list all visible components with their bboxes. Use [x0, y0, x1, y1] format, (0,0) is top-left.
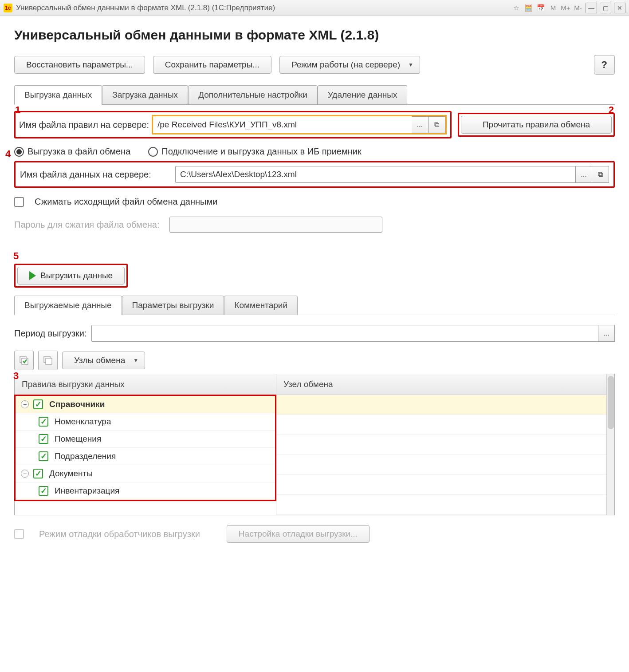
- tree-row-root2[interactable]: − Документы: [16, 465, 275, 482]
- password-input: [169, 217, 382, 233]
- help-button[interactable]: ?: [594, 55, 615, 75]
- play-icon: [29, 271, 36, 280]
- subtab-params[interactable]: Параметры выгрузки: [122, 296, 224, 315]
- rules-table: Правила выгрузки данных − Справочники Но…: [14, 374, 615, 515]
- tree-label-root2: Документы: [49, 469, 93, 478]
- tab-export[interactable]: Выгрузка данных: [14, 85, 102, 105]
- chevron-down-icon: ▼: [133, 357, 138, 364]
- annotation-5: 5: [13, 250, 19, 262]
- debug-checkbox: [14, 529, 24, 539]
- star-icon[interactable]: ☆: [511, 3, 521, 13]
- period-browse-button[interactable]: ...: [598, 325, 615, 342]
- table-cell-empty: [276, 415, 606, 435]
- data-file-label: Имя файла данных на сервере:: [20, 170, 171, 180]
- tab-import[interactable]: Загрузка данных: [102, 85, 188, 104]
- tree-row-root1[interactable]: − Справочники: [16, 396, 275, 413]
- debug-label: Режим отладки обработчиков выгрузки: [39, 529, 200, 539]
- tree-label-r2c1: Инвентаризация: [55, 486, 119, 496]
- svg-rect-3: [46, 358, 52, 364]
- nodes-dropdown[interactable]: Узлы обмена ▼: [62, 352, 145, 369]
- compress-label: Сжимать исходящий файл обмена данными: [35, 197, 217, 207]
- chevron-down-icon: ▼: [408, 62, 413, 68]
- data-file-input[interactable]: [175, 166, 575, 183]
- tree-label-r1c2: Помещения: [55, 434, 101, 444]
- tree-checkbox[interactable]: [33, 469, 43, 478]
- mode-label: Режим работы (на сервере): [291, 60, 400, 70]
- tree-checkbox[interactable]: [39, 434, 48, 444]
- subtab-comment[interactable]: Комментарий: [224, 296, 298, 315]
- radio-icon: [148, 147, 158, 157]
- radio-to-file-label: Выгрузка в файл обмена: [28, 146, 130, 157]
- radio-icon-checked: [14, 147, 24, 157]
- radio-to-ib[interactable]: Подключение и выгрузка данных в ИБ прием…: [148, 146, 361, 157]
- table-cell-empty: [276, 475, 606, 495]
- nodes-dropdown-label: Узлы обмена: [74, 356, 125, 365]
- tree-row-r2c1[interactable]: Инвентаризация: [16, 482, 275, 500]
- mode-dropdown[interactable]: Режим работы (на сервере) ▼: [279, 56, 420, 74]
- close-button[interactable]: ✕: [614, 3, 625, 13]
- table-header-node: Узел обмена: [276, 374, 606, 395]
- tree-label-r1c3: Подразделения: [55, 451, 116, 461]
- restore-params-button[interactable]: Восстановить параметры...: [14, 56, 145, 74]
- page-title: Универсальный обмен данными в формате XM…: [14, 28, 615, 43]
- read-rules-button[interactable]: Прочитать правила обмена: [461, 116, 612, 134]
- password-label: Пароль для сжатия файла обмена:: [14, 220, 165, 230]
- annotation-3: 3: [13, 370, 19, 382]
- export-button-label: Выгрузить данные: [40, 271, 113, 281]
- tree-checkbox[interactable]: [39, 417, 48, 427]
- collapse-icon[interactable]: −: [21, 400, 29, 408]
- export-button[interactable]: Выгрузить данные: [17, 267, 125, 285]
- save-params-button[interactable]: Сохранить параметры...: [153, 56, 271, 74]
- rules-file-input[interactable]: [153, 116, 412, 133]
- main-tabs: Выгрузка данных Загрузка данных Дополнит…: [14, 85, 615, 105]
- tree-label-root1: Справочники: [49, 399, 105, 409]
- tree-checkbox[interactable]: [39, 451, 48, 461]
- annotation-2: 2: [609, 104, 614, 116]
- app-icon: 1c: [4, 4, 12, 12]
- collapse-icon[interactable]: −: [21, 470, 29, 478]
- minimize-button[interactable]: —: [586, 3, 597, 13]
- tab-additional[interactable]: Дополнительные настройки: [188, 85, 318, 104]
- tree-row-r1c1[interactable]: Номенклатура: [16, 413, 275, 431]
- tree-label-r1c1: Номенклатура: [55, 417, 111, 427]
- annotation-1: 1: [15, 104, 20, 116]
- rules-file-label: Имя файла правил на сервере:: [19, 120, 149, 130]
- radio-to-file[interactable]: Выгрузка в файл обмена: [14, 146, 130, 157]
- m-plus-icon[interactable]: M+: [561, 3, 570, 13]
- m-minus-icon[interactable]: M-: [573, 3, 583, 13]
- period-label: Период выгрузки:: [14, 328, 87, 339]
- data-file-open-button[interactable]: ⧉: [592, 166, 609, 183]
- uncheck-all-button[interactable]: [38, 351, 58, 370]
- tree-checkbox[interactable]: [39, 486, 48, 496]
- window-title: Универсальный обмен данными в формате XM…: [16, 4, 275, 12]
- table-cell-empty: [276, 455, 606, 475]
- table-cell-empty: [276, 435, 606, 455]
- table-header-rules: Правила выгрузки данных: [15, 374, 276, 395]
- period-input[interactable]: [91, 325, 598, 342]
- scrollbar-thumb[interactable]: [608, 376, 614, 429]
- scrollbar[interactable]: [606, 374, 614, 515]
- rules-file-browse-button[interactable]: ...: [412, 116, 429, 133]
- titlebar: 1c Универсальный обмен данными в формате…: [0, 0, 629, 16]
- table-cell-empty: [276, 495, 606, 515]
- data-file-browse-button[interactable]: ...: [575, 166, 592, 183]
- compress-checkbox[interactable]: [14, 197, 24, 207]
- tree-row-r1c3[interactable]: Подразделения: [16, 448, 275, 465]
- sub-tabs: Выгружаемые данные Параметры выгрузки Ко…: [14, 296, 615, 315]
- tab-delete[interactable]: Удаление данных: [318, 85, 408, 104]
- tree-checkbox[interactable]: [33, 399, 43, 409]
- table-cell-empty: [276, 395, 606, 415]
- check-all-button[interactable]: [14, 351, 34, 370]
- m-icon[interactable]: M: [548, 3, 558, 13]
- rules-file-open-button[interactable]: ⧉: [429, 116, 445, 133]
- calculator-icon[interactable]: 🧮: [523, 3, 533, 13]
- maximize-button[interactable]: ▢: [600, 3, 611, 13]
- debug-settings-button: Настройка отладки выгрузки...: [227, 525, 370, 543]
- annotation-4: 4: [5, 148, 11, 160]
- subtab-data[interactable]: Выгружаемые данные: [14, 296, 122, 315]
- radio-to-ib-label: Подключение и выгрузка данных в ИБ прием…: [161, 146, 361, 157]
- tree-row-r1c2[interactable]: Помещения: [16, 431, 275, 448]
- calendar-icon[interactable]: 📅: [536, 3, 546, 13]
